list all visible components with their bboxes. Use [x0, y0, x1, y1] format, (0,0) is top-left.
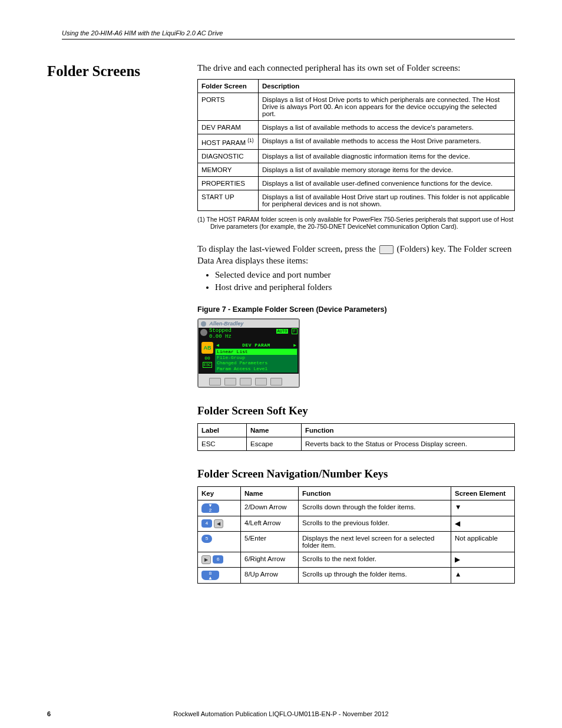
cell: Escape	[247, 437, 302, 450]
key-4-icon: 4	[201, 519, 212, 528]
key-icon-cell: ▼2	[198, 500, 241, 516]
list-item: Linear List	[216, 349, 297, 355]
cell: Displays a list of available methods to …	[259, 121, 515, 134]
text: 0.00 Hz	[209, 334, 276, 340]
auto-badge: AUTO	[276, 329, 289, 334]
key-icon-cell: 8▲	[198, 567, 241, 583]
th: Function	[299, 486, 451, 500]
intro-text: The drive and each connected peripheral …	[197, 63, 515, 73]
tab-label: DEV PARAM	[242, 342, 270, 348]
list-item: Changed Parameters	[216, 360, 297, 366]
status-text: Stopped 0.00 Hz	[209, 328, 276, 340]
softkey-table: Label Name Function ESC Escape Reverts b…	[197, 423, 515, 451]
right-arrow-icon: ▶	[293, 342, 296, 348]
list-item: Selected device and port number	[215, 270, 515, 280]
device-left-icons: AB 00 ESC	[200, 342, 215, 372]
body-paragraph: To display the last-viewed Folder screen…	[197, 243, 515, 267]
status-right: AUTO F	[276, 328, 297, 340]
cell: Displays the next level screen for a sel…	[299, 531, 451, 552]
cell: 8/Up Arrow	[241, 567, 299, 583]
th: Label	[198, 423, 247, 437]
navkeys-table: Key Name Function Screen Element ▼2 2/Do…	[197, 486, 515, 584]
key-icon-cell: 5	[198, 531, 241, 552]
cell: PORTS	[198, 93, 259, 121]
footer-text: Rockwell Automation Publication LIQFLO-U…	[173, 710, 388, 717]
brand-dot-icon	[201, 321, 206, 327]
text: To display the last-viewed Folder screen…	[197, 244, 378, 253]
screen-element-down-icon: ▼	[451, 500, 515, 516]
cell: 2/Down Arrow	[241, 500, 299, 516]
subheading-softkey: Folder Screen Soft Key	[197, 404, 515, 417]
key-icon-cell: ▶ 6	[198, 552, 241, 567]
th: Key	[198, 486, 241, 500]
key-2-down-icon: ▼2	[201, 503, 219, 513]
cell: MEMORY	[198, 163, 259, 176]
cell: Displays a list of available memory stor…	[259, 163, 515, 176]
page-number: 6	[47, 710, 51, 717]
cell: 4/Left Arrow	[241, 516, 299, 531]
section-title: Folder Screens	[47, 63, 197, 80]
softkey-slot	[224, 378, 236, 386]
cell: HOST PARAM (1)	[198, 134, 259, 150]
cell: DEV PARAM	[198, 121, 259, 134]
footnote: (1) The HOST PARAM folder screen is only…	[197, 216, 515, 230]
screen-element-right-icon: ▶	[451, 552, 515, 567]
screen-element-up-icon: ▲	[451, 567, 515, 583]
port-label: 00	[200, 355, 215, 361]
key-icon-cell: 4 ◀	[198, 516, 241, 531]
cell: Displays a list of Host Drive ports to w…	[259, 93, 515, 121]
softkey-slot	[270, 378, 282, 386]
bullet-list: Selected device and port number Host dri…	[215, 270, 515, 292]
key-right-icon: ▶	[201, 555, 211, 564]
page-header: Using the 20-HIM-A6 HIM with the LiquiFl…	[62, 29, 515, 39]
softkey-slot	[240, 378, 252, 386]
left-arrow-icon: ◀	[216, 342, 219, 348]
key-left-icon: ◀	[214, 519, 223, 528]
cell: ESC	[198, 437, 247, 450]
cell: 6/Right Arrow	[241, 552, 299, 567]
cell: 5/Enter	[241, 531, 299, 552]
th-folder-screen: Folder Screen	[198, 80, 259, 93]
status-dot-icon	[200, 329, 207, 336]
cell: Scrolls down through the folder items.	[299, 500, 451, 516]
folder-screens-table: Folder Screen Description PORTSDisplays …	[197, 79, 515, 211]
device-screen: ◀ DEV PARAM ▶ Linear List File-Group Cha…	[215, 342, 297, 372]
softkey-slot	[209, 378, 221, 386]
list-item: Param Access Level	[216, 366, 297, 372]
cell: Scrolls to the next folder.	[299, 552, 451, 567]
cell: Not applicable	[451, 531, 515, 552]
key-5-icon: 5	[201, 535, 212, 543]
cell: Reverts back to the Status or Process Di…	[302, 437, 515, 450]
subheading-navkeys: Folder Screen Navigation/Number Keys	[197, 467, 515, 480]
list-item: File-Group	[216, 355, 297, 361]
key-8-up-icon: 8▲	[201, 571, 219, 580]
th-description: Description	[259, 80, 515, 93]
softkey-row	[199, 374, 299, 387]
cell: START UP	[198, 190, 259, 210]
th: Name	[241, 486, 299, 500]
cell: Displays a list of available user-define…	[259, 176, 515, 190]
th: Function	[302, 423, 515, 437]
th: Name	[247, 423, 302, 437]
cell: Scrolls up through the folder items.	[299, 567, 451, 583]
esc-label: ESC	[203, 362, 213, 368]
page-footer: 6 Rockwell Automation Publication LIQFLO…	[47, 710, 515, 717]
cell: Displays a list of available diagnostic …	[259, 149, 515, 163]
ab-badge-icon: AB	[201, 342, 213, 354]
screen-element-left-icon: ◀	[451, 516, 515, 531]
cell: DIAGNOSTIC	[198, 149, 259, 163]
key-6-icon: 6	[213, 555, 223, 564]
folders-key-icon	[379, 245, 394, 254]
text: Allen-Bradley	[209, 321, 243, 327]
cell: Scrolls to the previous folder.	[299, 516, 451, 531]
cell: Displays a list of available methods to …	[259, 134, 515, 150]
cell: PROPERTIES	[198, 176, 259, 190]
device-brand: Allen-Bradley	[199, 319, 299, 328]
figure-caption: Figure 7 - Example Folder Screen (Device…	[197, 305, 515, 314]
softkey-slot	[255, 378, 267, 386]
cell: Displays a list of available Host Drive …	[259, 190, 515, 210]
fwd-badge: F	[292, 328, 297, 334]
device-mockup: Allen-Bradley Stopped 0.00 Hz AUTO F A	[197, 318, 300, 387]
th: Screen Element	[451, 486, 515, 500]
list-item: Host drive and peripheral folders	[215, 282, 515, 292]
